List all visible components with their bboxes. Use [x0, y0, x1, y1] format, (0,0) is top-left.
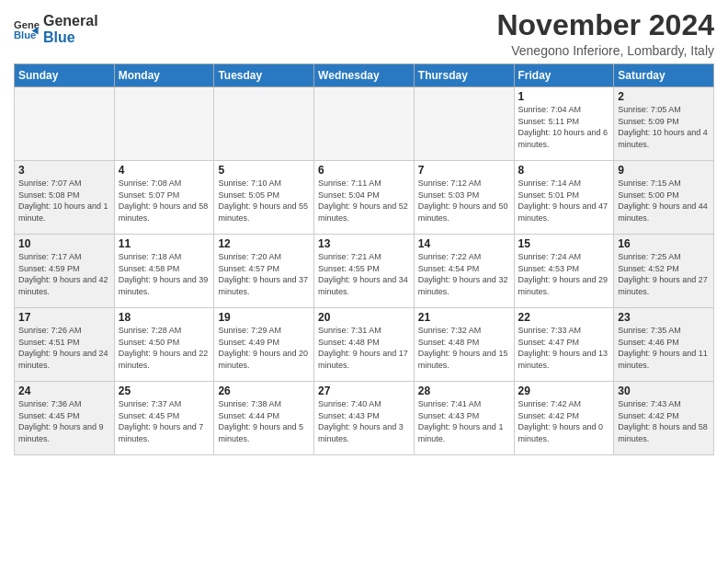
- day-25: 25 Sunrise: 7:37 AM Sunset: 4:45 PM Dayl…: [114, 382, 214, 455]
- logo-icon: General Blue: [14, 17, 40, 42]
- day-29: 29 Sunrise: 7:42 AM Sunset: 4:42 PM Dayl…: [514, 382, 614, 455]
- header: General Blue General Blue November 2024 …: [14, 9, 714, 58]
- day-23: 23 Sunrise: 7:35 AM Sunset: 4:46 PM Dayl…: [614, 308, 714, 382]
- empty-cell: [314, 87, 415, 161]
- col-tuesday: Tuesday: [214, 64, 314, 87]
- day-15: 15 Sunrise: 7:24 AM Sunset: 4:53 PM Dayl…: [514, 235, 614, 308]
- logo: General Blue General Blue: [14, 13, 98, 45]
- day-16: 16 Sunrise: 7:25 AM Sunset: 4:52 PM Dayl…: [614, 235, 714, 308]
- day-8: 8 Sunrise: 7:14 AM Sunset: 5:01 PM Dayli…: [514, 161, 614, 235]
- day-10: 10 Sunrise: 7:17 AM Sunset: 4:59 PM Dayl…: [15, 235, 115, 308]
- day-21: 21 Sunrise: 7:32 AM Sunset: 4:48 PM Dayl…: [414, 308, 514, 382]
- day-14: 14 Sunrise: 7:22 AM Sunset: 4:54 PM Dayl…: [414, 235, 514, 308]
- logo-line1: General: [43, 13, 98, 29]
- day-20: 20 Sunrise: 7:31 AM Sunset: 4:48 PM Dayl…: [314, 308, 415, 382]
- title-section: November 2024 Venegono Inferiore, Lombar…: [496, 9, 714, 58]
- day-18: 18 Sunrise: 7:28 AM Sunset: 4:50 PM Dayl…: [114, 308, 214, 382]
- day-28: 28 Sunrise: 7:41 AM Sunset: 4:43 PM Dayl…: [414, 382, 514, 455]
- day-30: 30 Sunrise: 7:43 AM Sunset: 4:42 PM Dayl…: [614, 382, 714, 455]
- week-3: 10 Sunrise: 7:17 AM Sunset: 4:59 PM Dayl…: [15, 235, 714, 308]
- day-5: 5 Sunrise: 7:10 AM Sunset: 5:05 PM Dayli…: [214, 161, 314, 235]
- day-26: 26 Sunrise: 7:38 AM Sunset: 4:44 PM Dayl…: [214, 382, 314, 455]
- svg-text:Blue: Blue: [14, 29, 36, 40]
- month-title: November 2024: [496, 9, 714, 41]
- day-24: 24 Sunrise: 7:36 AM Sunset: 4:45 PM Dayl…: [15, 382, 115, 455]
- week-5: 24 Sunrise: 7:36 AM Sunset: 4:45 PM Dayl…: [15, 382, 714, 455]
- svg-text:General: General: [14, 18, 40, 29]
- empty-cell: [414, 87, 514, 161]
- week-2: 3 Sunrise: 7:07 AM Sunset: 5:08 PM Dayli…: [15, 161, 714, 235]
- location-title: Venegono Inferiore, Lombardy, Italy: [496, 43, 714, 58]
- page-container: General Blue General Blue November 2024 …: [0, 0, 728, 460]
- day-27: 27 Sunrise: 7:40 AM Sunset: 4:43 PM Dayl…: [314, 382, 415, 455]
- day-9: 9 Sunrise: 7:15 AM Sunset: 5:00 PM Dayli…: [614, 161, 714, 235]
- day-1: 1 Sunrise: 7:04 AM Sunset: 5:11 PM Dayli…: [514, 87, 614, 161]
- empty-cell: [114, 87, 214, 161]
- day-22: 22 Sunrise: 7:33 AM Sunset: 4:47 PM Dayl…: [514, 308, 614, 382]
- logo-line2: Blue: [43, 29, 98, 46]
- day-6: 6 Sunrise: 7:11 AM Sunset: 5:04 PM Dayli…: [314, 161, 415, 235]
- week-4: 17 Sunrise: 7:26 AM Sunset: 4:51 PM Dayl…: [15, 308, 714, 382]
- col-thursday: Thursday: [414, 64, 514, 87]
- day-13: 13 Sunrise: 7:21 AM Sunset: 4:55 PM Dayl…: [314, 235, 415, 308]
- day-11: 11 Sunrise: 7:18 AM Sunset: 4:58 PM Dayl…: [114, 235, 214, 308]
- day-7: 7 Sunrise: 7:12 AM Sunset: 5:03 PM Dayli…: [414, 161, 514, 235]
- empty-cell: [15, 87, 115, 161]
- day-2: 2 Sunrise: 7:05 AM Sunset: 5:09 PM Dayli…: [614, 87, 714, 161]
- day-19: 19 Sunrise: 7:29 AM Sunset: 4:49 PM Dayl…: [214, 308, 314, 382]
- col-monday: Monday: [114, 64, 214, 87]
- col-wednesday: Wednesday: [314, 64, 415, 87]
- col-sunday: Sunday: [15, 64, 115, 87]
- day-12: 12 Sunrise: 7:20 AM Sunset: 4:57 PM Dayl…: [214, 235, 314, 308]
- day-3: 3 Sunrise: 7:07 AM Sunset: 5:08 PM Dayli…: [15, 161, 115, 235]
- day-17: 17 Sunrise: 7:26 AM Sunset: 4:51 PM Dayl…: [15, 308, 115, 382]
- calendar-table: Sunday Monday Tuesday Wednesday Thursday…: [14, 63, 714, 455]
- col-friday: Friday: [514, 64, 614, 87]
- empty-cell: [214, 87, 314, 161]
- day-4: 4 Sunrise: 7:08 AM Sunset: 5:07 PM Dayli…: [114, 161, 214, 235]
- week-1: 1 Sunrise: 7:04 AM Sunset: 5:11 PM Dayli…: [15, 87, 714, 161]
- col-saturday: Saturday: [614, 64, 714, 87]
- calendar-header-row: Sunday Monday Tuesday Wednesday Thursday…: [15, 64, 714, 87]
